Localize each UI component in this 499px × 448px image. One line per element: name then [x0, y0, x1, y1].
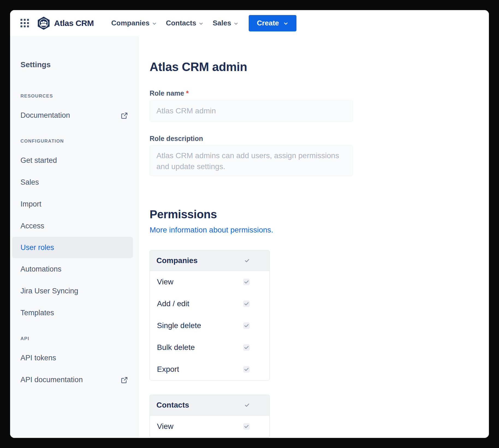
- nav-item-contacts[interactable]: Contacts: [166, 19, 203, 27]
- permission-row-label: Single delete: [157, 321, 201, 330]
- role-name-label: Role name*: [150, 89, 489, 97]
- permission-row-companies-add-edit: Add / edit: [150, 293, 269, 315]
- permission-row-companies-bulk-delete: Bulk delete: [150, 337, 269, 358]
- permission-checkbox[interactable]: [243, 423, 250, 430]
- permission-group-title: Contacts: [156, 401, 189, 409]
- chevron-down-icon: [152, 21, 157, 26]
- sidebar-item-label: Automations: [20, 265, 61, 273]
- chevron-down-icon: [199, 21, 203, 26]
- nav-item-sales[interactable]: Sales: [213, 19, 238, 27]
- sidebar-item-templates[interactable]: Templates: [10, 302, 138, 324]
- permission-groups: CompaniesViewAdd / editSingle deleteBulk…: [150, 250, 489, 438]
- sidebar-item-label: Documentation: [20, 111, 70, 120]
- permissions-info-link[interactable]: More information about permissions.: [150, 225, 273, 235]
- atlas-crm-logo-icon: [37, 16, 51, 30]
- sidebar-item-label: Templates: [20, 309, 54, 317]
- sidebar-item-sales[interactable]: Sales: [10, 171, 138, 193]
- permission-card-header-contacts[interactable]: Contacts: [150, 395, 269, 415]
- permission-row-companies-single-delete: Single delete: [150, 315, 269, 337]
- main-content: Atlas CRM admin Role name* Role descript…: [139, 36, 489, 438]
- permission-row-companies-export: Export: [150, 358, 269, 380]
- permission-card-contacts: ContactsView: [150, 395, 270, 438]
- sidebar-item-label: Jira User Syncing: [20, 287, 78, 295]
- checkmark-icon: [244, 301, 249, 306]
- nav-item-label: Contacts: [166, 19, 196, 27]
- role-name-input[interactable]: [150, 100, 353, 122]
- sidebar-title: Settings: [10, 60, 138, 69]
- nav-item-label: Companies: [111, 19, 150, 27]
- role-description-label: Role description: [150, 134, 489, 143]
- required-marker: *: [186, 89, 189, 97]
- sidebar-item-label: Sales: [20, 178, 39, 187]
- page-title: Atlas CRM admin: [150, 60, 489, 74]
- checkmark-icon: [244, 258, 250, 263]
- nav-item-companies[interactable]: Companies: [111, 19, 157, 27]
- sidebar-item-automations[interactable]: Automations: [10, 258, 138, 280]
- checkmark-icon: [244, 367, 249, 372]
- checkmark-icon: [244, 279, 249, 285]
- permissions-title: Permissions: [150, 207, 489, 222]
- permission-checkbox[interactable]: [243, 279, 250, 285]
- brand-name: Atlas CRM: [54, 19, 94, 28]
- sidebar-item-label: API tokens: [20, 354, 56, 362]
- permission-row-label: Bulk delete: [157, 343, 195, 352]
- permission-row-contacts-view: View: [150, 415, 269, 437]
- permission-checkbox[interactable]: [243, 344, 250, 351]
- checkmark-icon: [244, 424, 249, 429]
- sidebar-item-import[interactable]: Import: [10, 193, 138, 215]
- permission-row-label: Add / edit: [157, 299, 189, 308]
- sidebar-item-jira-user-syncing[interactable]: Jira User Syncing: [10, 280, 138, 302]
- role-description-input[interactable]: [150, 145, 353, 176]
- sidebar-item-label: API documentation: [20, 376, 83, 384]
- create-button-label: Create: [257, 19, 279, 27]
- sidebar-item-label: Get started: [20, 156, 57, 165]
- permission-row-companies-view: View: [150, 271, 269, 293]
- sidebar-item-api-documentation[interactable]: API documentation: [10, 369, 138, 391]
- sidebar-section-heading-configuration: CONFIGURATION: [20, 138, 128, 144]
- sidebar-item-label: User roles: [20, 243, 54, 252]
- sidebar-item-label: Import: [20, 200, 41, 208]
- sidebar: Settings RESOURCESDocumentationCONFIGURA…: [10, 36, 139, 438]
- checkmark-icon: [244, 345, 249, 350]
- sidebar-item-get-started[interactable]: Get started: [10, 149, 138, 171]
- app-switcher-icon[interactable]: [20, 19, 29, 27]
- permission-row-label: Export: [157, 365, 179, 374]
- brand[interactable]: Atlas CRM: [37, 16, 94, 30]
- sidebar-item-access[interactable]: Access: [10, 215, 138, 237]
- permission-group-title: Companies: [156, 256, 198, 265]
- sidebar-item-api-tokens[interactable]: API tokens: [10, 347, 138, 369]
- checkmark-icon: [244, 323, 249, 328]
- external-link-icon: [121, 376, 128, 384]
- sidebar-sections: RESOURCESDocumentationCONFIGURATIONGet s…: [10, 93, 138, 391]
- permission-checkbox[interactable]: [243, 322, 250, 329]
- external-link-icon: [121, 112, 128, 119]
- permission-card-header-companies[interactable]: Companies: [150, 250, 269, 271]
- create-button[interactable]: Create: [249, 15, 296, 31]
- permission-row-label: View: [157, 278, 173, 286]
- chevron-down-icon: [234, 21, 238, 26]
- sidebar-section-heading-api: API: [20, 336, 128, 341]
- permission-checkbox[interactable]: [243, 366, 250, 373]
- main-nav: CompaniesContactsSales: [102, 19, 238, 27]
- chevron-down-icon: [283, 21, 288, 26]
- sidebar-item-label: Access: [20, 222, 44, 230]
- permission-card-companies: CompaniesViewAdd / editSingle deleteBulk…: [150, 250, 270, 381]
- permission-row-label: View: [157, 422, 173, 431]
- nav-item-label: Sales: [213, 19, 231, 27]
- sidebar-section-heading-resources: RESOURCES: [20, 93, 128, 99]
- sidebar-item-user-roles[interactable]: User roles: [12, 237, 133, 258]
- sidebar-item-documentation[interactable]: Documentation: [10, 104, 138, 126]
- checkmark-icon: [244, 402, 250, 408]
- top-nav-bar: Atlas CRM CompaniesContactsSales Create: [10, 10, 489, 36]
- app-window: Atlas CRM CompaniesContactsSales Create …: [10, 10, 489, 438]
- permission-checkbox[interactable]: [243, 300, 250, 307]
